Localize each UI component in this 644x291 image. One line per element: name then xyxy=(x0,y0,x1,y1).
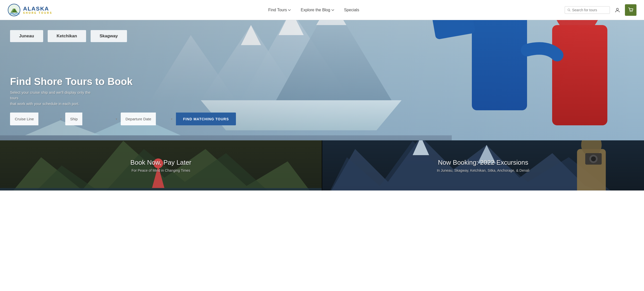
logo-area[interactable]: ALASKA SHORE TOURS xyxy=(8,4,63,17)
cruise-line-select[interactable]: Cruise Line xyxy=(10,113,38,125)
departure-wrapper: Departure Date ▾ xyxy=(121,113,176,125)
cart-button[interactable] xyxy=(625,4,636,16)
booking-form: Cruise Line ▾ Ship ▾ Departure Date ▾ FI… xyxy=(10,113,236,125)
tab-juneau[interactable]: Juneau xyxy=(10,30,43,42)
promo-left-title: Book Now, Pay Later xyxy=(131,159,191,166)
nav-find-tours[interactable]: Find Tours xyxy=(268,8,291,12)
promo-right-subtitle: In Juneau, Skagway, Ketchikan, Sitka, An… xyxy=(437,168,530,172)
promo-card-2022[interactable]: Now Booking: 2022 Excursions In Juneau, … xyxy=(322,140,644,190)
departure-select[interactable]: Departure Date xyxy=(121,113,156,125)
site-header: ALASKA SHORE TOURS Find Tours Explore th… xyxy=(0,0,644,20)
user-account-button[interactable] xyxy=(612,5,622,15)
tab-skagway[interactable]: Skagway xyxy=(91,30,127,42)
svg-line-5 xyxy=(569,11,570,11)
svg-point-8 xyxy=(632,11,632,12)
cart-icon xyxy=(628,7,633,13)
ship-wrapper: Ship ▾ xyxy=(65,113,120,125)
promo-left-subtitle: For Peace of Mind in Changing Times xyxy=(131,168,191,172)
search-input[interactable] xyxy=(572,8,607,12)
hero-section: Juneau Ketchikan Skagway Find Shore Tour… xyxy=(0,20,644,140)
nav-explore-blog[interactable]: Explore the Blog xyxy=(301,8,334,12)
logo-icon xyxy=(8,4,21,17)
hero-title: Find Shore Tours to Book xyxy=(10,76,644,87)
promo-card-book-now[interactable]: Book Now, Pay Later For Peace of Mind in… xyxy=(0,140,322,190)
ship-select[interactable]: Ship xyxy=(65,113,82,125)
location-tabs: Juneau Ketchikan Skagway xyxy=(10,30,127,42)
svg-point-7 xyxy=(630,11,631,12)
search-bar[interactable] xyxy=(565,6,610,14)
tab-ketchikan[interactable]: Ketchikan xyxy=(48,30,86,42)
nav-specials[interactable]: Specials xyxy=(344,8,359,12)
search-icon xyxy=(567,8,570,12)
find-matching-tours-button[interactable]: FIND MATCHING TOURS xyxy=(176,113,236,125)
header-right xyxy=(565,4,636,16)
svg-rect-34 xyxy=(0,188,322,190)
logo-shore: SHORE TOURS xyxy=(23,12,52,14)
logo-alaska: ALASKA xyxy=(23,6,52,12)
logo-text: ALASKA SHORE TOURS xyxy=(23,6,52,14)
chevron-down-icon xyxy=(332,9,334,11)
user-icon xyxy=(615,7,620,13)
ship-arrow: ▾ xyxy=(116,117,117,121)
cruise-line-arrow: ▾ xyxy=(60,117,62,121)
promo-right-content: Now Booking: 2022 Excursions In Juneau, … xyxy=(437,159,530,172)
main-nav: Find Tours Explore the Blog Specials xyxy=(63,8,565,12)
hero-content: Find Shore Tours to Book Select your cru… xyxy=(10,76,644,126)
chevron-down-icon xyxy=(288,9,291,11)
promo-right-title: Now Booking: 2022 Excursions xyxy=(437,159,530,166)
hero-subtitle: Select your cruise ship and we'll displa… xyxy=(10,90,95,107)
svg-point-46 xyxy=(591,156,596,161)
promo-left-content: Book Now, Pay Later For Peace of Mind in… xyxy=(131,159,191,172)
cruise-line-wrapper: Cruise Line ▾ xyxy=(10,113,65,125)
svg-point-4 xyxy=(568,9,570,11)
promo-section: Book Now, Pay Later For Peace of Mind in… xyxy=(0,140,644,190)
svg-point-6 xyxy=(616,8,618,10)
departure-arrow: ▾ xyxy=(171,117,172,121)
